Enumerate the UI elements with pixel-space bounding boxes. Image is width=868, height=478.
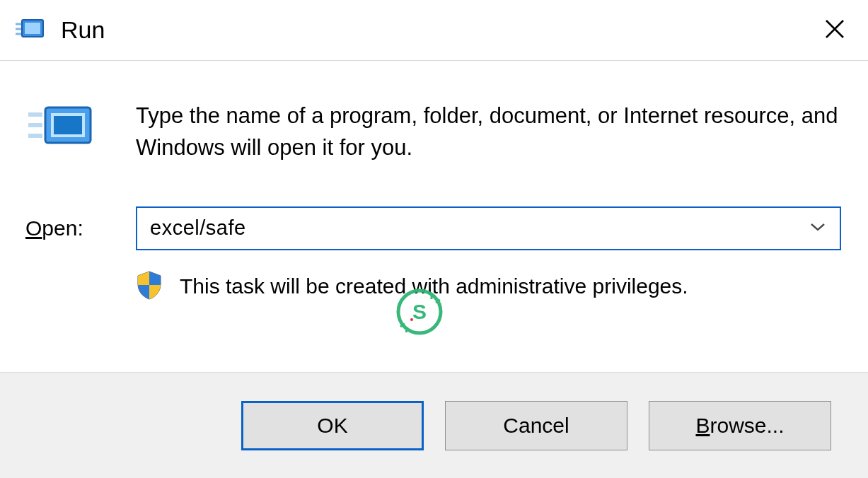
admin-privileges-text: This task will be created with administr… xyxy=(180,274,688,298)
button-bar: OK Cancel Browse... xyxy=(0,372,868,478)
svg-rect-1 xyxy=(25,23,40,34)
close-icon xyxy=(824,18,845,42)
close-button[interactable] xyxy=(818,14,851,47)
browse-button[interactable]: Browse... xyxy=(649,401,831,450)
dialog-body: Type the name of a program, folder, docu… xyxy=(0,61,868,331)
chevron-down-icon[interactable] xyxy=(810,222,826,235)
open-input[interactable] xyxy=(149,216,800,240)
window-title: Run xyxy=(61,16,105,44)
ok-button-label: OK xyxy=(317,414,347,438)
cancel-button-label: Cancel xyxy=(503,414,569,438)
shield-icon xyxy=(136,270,163,303)
description-text: Type the name of a program, folder, docu… xyxy=(136,100,841,164)
cancel-button[interactable]: Cancel xyxy=(445,401,627,450)
open-combobox[interactable] xyxy=(136,206,841,250)
titlebar: Run xyxy=(0,0,868,61)
svg-rect-4 xyxy=(54,116,82,134)
run-icon-large xyxy=(25,102,96,154)
ok-button[interactable]: OK xyxy=(241,401,424,450)
open-label: Open: xyxy=(25,216,83,240)
browse-button-label: Browse... xyxy=(695,414,784,438)
run-icon xyxy=(16,17,45,44)
